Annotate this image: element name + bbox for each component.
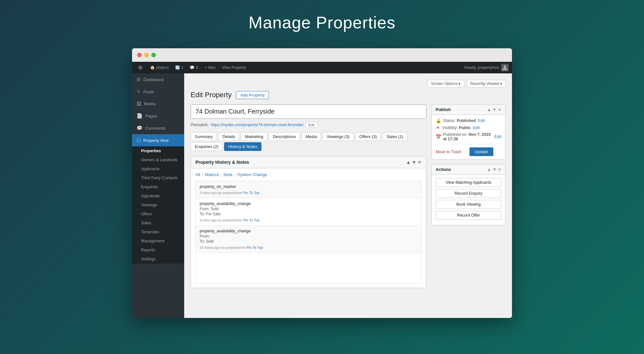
publish-box: Publish ▲ ▼ ✕ 🔒 Status: bbox=[431, 104, 506, 160]
sidebar-item-third-party[interactable]: Third Party Contacts bbox=[132, 173, 184, 182]
visibility-edit-link[interactable]: Edit bbox=[473, 126, 480, 130]
history-notes-title: Property History & Notes bbox=[195, 160, 249, 165]
site-name-bar-item[interactable]: 🏠 phdocs bbox=[147, 62, 172, 73]
view-matching-applicants-button[interactable]: View Matching Applicants bbox=[436, 178, 501, 187]
history-filter-links: All | Mailout | Note | System Change bbox=[195, 172, 421, 177]
entry-3-meta: 16 hours ago by propertyhive Pin To Top bbox=[200, 246, 417, 249]
tab-details[interactable]: Details bbox=[218, 132, 240, 141]
actions-box-title: Actions bbox=[436, 167, 451, 172]
tab-descriptions[interactable]: Descriptions bbox=[269, 132, 300, 141]
actions-box: Actions ▲ ▼ ✕ View Matching Applicants R… bbox=[431, 164, 506, 225]
publish-box-header: Publish ▲ ▼ ✕ bbox=[432, 105, 505, 115]
visibility-icon: 👁 bbox=[436, 125, 440, 130]
record-enquiry-button[interactable]: Record Enquiry bbox=[436, 189, 501, 198]
tab-history-notes[interactable]: History & Notes bbox=[224, 142, 261, 151]
record-offer-button[interactable]: Record Offer bbox=[436, 211, 501, 220]
sidebar-item-owners-landlords[interactable]: Owners & Landlords bbox=[132, 155, 184, 164]
publish-box-body: 🔒 Status: Published Edit 👁 Visi bbox=[432, 115, 505, 159]
minimize-button-icon[interactable] bbox=[144, 53, 149, 57]
visibility-row: 👁 Visibility: Public Edit bbox=[436, 125, 501, 130]
tab-sales[interactable]: Sales (1) bbox=[382, 132, 407, 141]
sidebar-item-pages[interactable]: 📄 Pages bbox=[132, 110, 184, 122]
collapse-up-icon[interactable]: ▲ bbox=[406, 160, 411, 165]
sidebar-item-sales[interactable]: Sales bbox=[132, 219, 184, 228]
user-avatar bbox=[501, 64, 509, 71]
tab-summary[interactable]: Summary bbox=[191, 132, 217, 141]
actions-collapse-up-icon[interactable]: ▲ bbox=[487, 167, 491, 172]
tab-media[interactable]: Media bbox=[301, 132, 321, 141]
filter-note[interactable]: Note bbox=[223, 172, 232, 177]
sidebar-item-property-hive[interactable]: ⬡ Property Hive bbox=[132, 134, 184, 146]
collapse-down-icon[interactable]: ▼ bbox=[412, 160, 416, 165]
sidebar-item-tenancies[interactable]: Tenancies bbox=[132, 228, 184, 237]
close-button-icon[interactable] bbox=[137, 53, 142, 57]
tab-enquiries[interactable]: Enquiries (2) bbox=[191, 142, 223, 151]
sidebar-item-settings[interactable]: Settings bbox=[132, 255, 184, 264]
browser-chrome bbox=[132, 48, 512, 62]
sidebar-item-comments[interactable]: 💬 Comments bbox=[132, 122, 184, 134]
sidebar-item-media[interactable]: 🖼 Media bbox=[132, 98, 184, 110]
book-viewing-button[interactable]: Book Viewing bbox=[436, 200, 501, 209]
property-title-input[interactable] bbox=[191, 104, 426, 119]
publish-collapse-up-icon[interactable]: ▲ bbox=[487, 107, 491, 112]
sidebar-item-viewings[interactable]: Viewings bbox=[132, 200, 184, 210]
status-icon: 🔒 bbox=[436, 118, 441, 123]
updates-bar-item[interactable]: 🔄 1 bbox=[172, 62, 187, 73]
entry-3-pin[interactable]: Pin To Top bbox=[247, 246, 263, 249]
filter-all[interactable]: All bbox=[195, 172, 200, 177]
tab-viewings[interactable]: Viewings (3) bbox=[322, 132, 354, 141]
main-content: Permalink: https://mysite.com/property/7… bbox=[191, 104, 426, 293]
posts-icon: ✎ bbox=[137, 89, 141, 95]
new-bar-item[interactable]: + New bbox=[201, 62, 219, 73]
add-property-button[interactable]: Add Property bbox=[236, 91, 269, 99]
screen-options-button[interactable]: Screen Options ▾ bbox=[427, 80, 464, 88]
publish-collapse-down-icon[interactable]: ▼ bbox=[492, 107, 497, 112]
permalink-edit-button[interactable]: Edit bbox=[306, 122, 317, 128]
permalink-url[interactable]: https://mysite.com/property/74-dolman-co… bbox=[211, 123, 304, 127]
tab-marketing[interactable]: Marketing bbox=[241, 132, 267, 141]
entry-2-pin[interactable]: Pin To Top bbox=[243, 218, 260, 222]
sidebar-item-applicants[interactable]: Applicants bbox=[132, 164, 184, 173]
entry-3-label: property_availability_change bbox=[200, 229, 417, 233]
wordpress-logo-icon[interactable] bbox=[135, 62, 146, 73]
status-row: 🔒 Status: Published Edit bbox=[436, 118, 501, 123]
property-hive-icon: ⬡ bbox=[137, 137, 141, 143]
comments-bar-item[interactable]: 💬 0 bbox=[186, 62, 201, 73]
sidebar-item-management[interactable]: Management bbox=[132, 237, 184, 246]
view-property-bar-item[interactable]: View Property bbox=[219, 62, 249, 73]
filter-system-change[interactable]: System Change bbox=[237, 172, 267, 177]
sidebar-item-enquiries[interactable]: Enquiries bbox=[132, 182, 184, 191]
actions-close-icon[interactable]: ✕ bbox=[498, 167, 501, 172]
main-area: Screen Options ▾ Recently Viewed ▾ Edit … bbox=[184, 73, 512, 318]
edit-property-title: Edit Property bbox=[191, 91, 232, 99]
entry-2-from: From: Sold bbox=[200, 207, 417, 211]
publish-close-icon[interactable]: ✕ bbox=[498, 107, 501, 112]
permalink-row: Permalink: https://mysite.com/property/7… bbox=[191, 122, 426, 128]
sidebar-item-posts[interactable]: ✎ Posts bbox=[132, 86, 184, 98]
howdy-bar-item: Howdy, propertyhive bbox=[464, 64, 509, 71]
entry-3-from: From: bbox=[200, 234, 417, 238]
filter-mailout[interactable]: Mailout bbox=[205, 172, 219, 177]
tab-offers[interactable]: Offers (3) bbox=[355, 132, 381, 141]
actions-collapse-down-icon[interactable]: ▼ bbox=[492, 167, 497, 172]
update-button[interactable]: Update bbox=[469, 147, 493, 156]
entry-1-pin[interactable]: Pin To Top bbox=[243, 191, 260, 195]
published-edit-link[interactable]: Edit bbox=[494, 135, 501, 139]
history-scroll-area[interactable]: property_on_market 3 mins ago by propert… bbox=[195, 181, 421, 284]
publish-actions-row: Move to Trash Update bbox=[436, 147, 501, 156]
close-box-icon[interactable]: ✕ bbox=[418, 160, 421, 165]
sidebar-item-appraisals[interactable]: Appraisals bbox=[132, 191, 184, 200]
browser-window: 🏠 phdocs 🔄 1 💬 0 + New View Property How… bbox=[132, 48, 512, 318]
sidebar-item-reports[interactable]: Reports bbox=[132, 246, 184, 255]
sidebar-item-dashboard[interactable]: ⊞ Dashboard bbox=[132, 73, 184, 86]
dashboard-icon: ⊞ bbox=[137, 77, 141, 82]
sidebar-item-properties[interactable]: Properties bbox=[132, 146, 184, 155]
admin-bar: 🏠 phdocs 🔄 1 💬 0 + New View Property How… bbox=[132, 62, 512, 73]
status-edit-link[interactable]: Edit bbox=[478, 118, 485, 123]
entry-2-to: To: For Sale bbox=[200, 212, 417, 216]
sidebar-item-offers[interactable]: Offers bbox=[132, 210, 184, 219]
publish-box-controls: ▲ ▼ ✕ bbox=[487, 107, 501, 112]
recently-viewed-button[interactable]: Recently Viewed ▾ bbox=[467, 80, 506, 88]
maximize-button-icon[interactable] bbox=[151, 53, 156, 57]
move-to-trash-link[interactable]: Move to Trash bbox=[436, 150, 461, 154]
